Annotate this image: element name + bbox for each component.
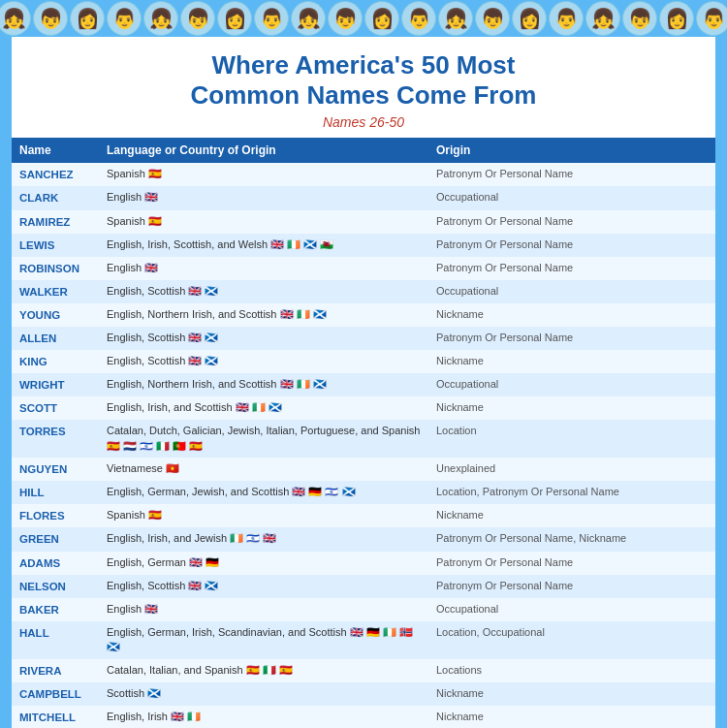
cell-name: HALL <box>12 621 99 659</box>
table-row: NELSONEnglish, Scottish 🇬🇧 🏴󠁧󠁢󠁳󠁣󠁴󠁿Patron… <box>12 575 715 598</box>
table-row: NGUYENVietnamese 🇻🇳Unexplained <box>12 458 715 481</box>
cell-lang: Vietnamese 🇻🇳 <box>99 458 428 481</box>
cell-origin: Patronym Or Personal Name, Nickname <box>428 527 715 551</box>
cell-origin: Occupational <box>428 598 715 621</box>
table-row: ADAMSEnglish, German 🇬🇧 🇩🇪Patronym Or Pe… <box>12 552 715 575</box>
table-row: LEWISEnglish, Irish, Scottish, and Welsh… <box>12 234 715 257</box>
cell-lang: English, German, Jewish, and Scottish 🇬🇧… <box>99 481 428 504</box>
cell-name: CAMPBELL <box>12 682 99 706</box>
main-title: Where America's 50 Most Common Names Com… <box>31 50 696 111</box>
cell-origin: Location, Patronym Or Personal Name <box>428 481 715 504</box>
face-icons-top: 👧 👦 👩 👨 👧 👦 👩 👨 👧 👦 👩 👨 👧 👦 👩 👨 👧 👦 👩 👨 <box>0 1 727 36</box>
cell-name: BAKER <box>12 598 99 621</box>
top-face-bar: 👧 👦 👩 👨 👧 👦 👩 👨 👧 👦 👩 👨 👧 👦 👩 👨 👧 👦 👩 👨 <box>0 0 727 37</box>
cell-lang: English 🇬🇧 <box>99 186 428 209</box>
cell-lang: English, Scottish 🇬🇧 🏴󠁧󠁢󠁳󠁣󠁴󠁿 <box>99 575 428 598</box>
cell-origin: Nickname <box>428 396 715 420</box>
cell-name: FLORES <box>12 504 99 527</box>
table-row: HALLEnglish, German, Irish, Scandinavian… <box>12 621 715 659</box>
table-row: TORRESCatalan, Dutch, Galician, Jewish, … <box>12 420 715 458</box>
table-row: GREENEnglish, Irish, and Jewish 🇮🇪 🇮🇱 🇬🇧… <box>12 527 715 551</box>
cell-name: KING <box>12 350 99 373</box>
col-header-name: Name <box>12 138 99 163</box>
cell-lang: Scottish 🏴󠁧󠁢󠁳󠁣󠁴󠁿 <box>99 682 428 706</box>
cell-lang: English, Irish, Scottish, and Welsh 🇬🇧 🇮… <box>99 234 428 257</box>
title-line1: Where America's 50 Most <box>211 50 515 79</box>
cell-name: HILL <box>12 481 99 504</box>
cell-name: WRIGHT <box>12 373 99 396</box>
cell-origin: Nickname <box>428 350 715 373</box>
table-row: KINGEnglish, Scottish 🇬🇧 🏴󠁧󠁢󠁳󠁣󠁴󠁿Nickname <box>12 350 715 373</box>
cell-origin: Occupational <box>428 373 715 396</box>
cell-name: MITCHELL <box>12 706 99 728</box>
cell-name: ALLEN <box>12 327 99 350</box>
cell-origin: Patronym Or Personal Name <box>428 234 715 257</box>
cell-origin: Locations <box>428 659 715 682</box>
cell-name: WALKER <box>12 280 99 303</box>
table-row: CLARKEnglish 🇬🇧Occupational <box>12 186 715 209</box>
title-line2: Common Names Come From <box>191 80 537 110</box>
cell-name: RIVERA <box>12 659 99 682</box>
cell-lang: English, German, Irish, Scandinavian, an… <box>99 621 428 659</box>
cell-name: ADAMS <box>12 552 99 575</box>
cell-name: SANCHEZ <box>12 163 99 186</box>
cell-name: CLARK <box>12 186 99 209</box>
cell-lang: English, Irish 🇬🇧 🇮🇪 <box>99 706 428 728</box>
main-content: Where America's 50 Most Common Names Com… <box>12 37 715 728</box>
cell-name: SCOTT <box>12 396 99 420</box>
cell-origin: Location <box>428 420 715 458</box>
cell-origin: Occupational <box>428 186 715 209</box>
cell-lang: Spanish 🇪🇸 <box>99 163 428 186</box>
cell-lang: Spanish 🇪🇸 <box>99 504 428 527</box>
table-row: YOUNGEnglish, Northern Irish, and Scotti… <box>12 303 715 327</box>
table-header-row: Name Language or Country of Origin Origi… <box>12 138 715 163</box>
table-row: CAMPBELLScottish 🏴󠁧󠁢󠁳󠁣󠁴󠁿Nickname <box>12 682 715 706</box>
cell-origin: Patronym Or Personal Name <box>428 552 715 575</box>
title-section: Where America's 50 Most Common Names Com… <box>12 37 715 138</box>
cell-lang: English, Scottish 🇬🇧 🏴󠁧󠁢󠁳󠁣󠁴󠁿 <box>99 327 428 350</box>
cell-name: YOUNG <box>12 303 99 327</box>
cell-origin: Nickname <box>428 682 715 706</box>
cell-origin: Patronym Or Personal Name <box>428 327 715 350</box>
table-row: MITCHELLEnglish, Irish 🇬🇧 🇮🇪Nickname <box>12 706 715 728</box>
subtitle: Names 26-50 <box>31 114 696 130</box>
cell-name: GREEN <box>12 527 99 551</box>
cell-lang: English, Northern Irish, and Scottish 🇬🇧… <box>99 303 428 327</box>
cell-lang: English 🇬🇧 <box>99 257 428 280</box>
table-row: SCOTTEnglish, Irish, and Scottish 🇬🇧 🇮🇪 … <box>12 396 715 420</box>
cell-lang: English, Northern Irish, and Scottish 🇬🇧… <box>99 373 428 396</box>
cell-origin: Patronym Or Personal Name <box>428 163 715 186</box>
cell-lang: English, Scottish 🇬🇧 🏴󠁧󠁢󠁳󠁣󠁴󠁿 <box>99 350 428 373</box>
cell-lang: English 🇬🇧 <box>99 598 428 621</box>
cell-name: NGUYEN <box>12 458 99 481</box>
cell-name: TORRES <box>12 420 99 458</box>
table-row: RAMIREZSpanish 🇪🇸Patronym Or Personal Na… <box>12 210 715 234</box>
names-table: Name Language or Country of Origin Origi… <box>12 138 715 728</box>
cell-origin: Occupational <box>428 280 715 303</box>
table-row: BAKEREnglish 🇬🇧Occupational <box>12 598 715 621</box>
cell-origin: Patronym Or Personal Name <box>428 257 715 280</box>
cell-name: LEWIS <box>12 234 99 257</box>
cell-origin: Nickname <box>428 303 715 327</box>
table-row: WALKEREnglish, Scottish 🇬🇧 🏴󠁧󠁢󠁳󠁣󠁴󠁿Occupa… <box>12 280 715 303</box>
cell-origin: Nickname <box>428 504 715 527</box>
cell-name: ROBINSON <box>12 257 99 280</box>
table-row: WRIGHTEnglish, Northern Irish, and Scott… <box>12 373 715 396</box>
cell-origin: Patronym Or Personal Name <box>428 210 715 234</box>
cell-name: NELSON <box>12 575 99 598</box>
cell-origin: Patronym Or Personal Name <box>428 575 715 598</box>
col-header-origin: Origin <box>428 138 715 163</box>
cell-lang: English, German 🇬🇧 🇩🇪 <box>99 552 428 575</box>
cell-origin: Location, Occupational <box>428 621 715 659</box>
cell-lang: English, Scottish 🇬🇧 🏴󠁧󠁢󠁳󠁣󠁴󠁿 <box>99 280 428 303</box>
cell-lang: English, Irish, and Scottish 🇬🇧 🇮🇪 🏴󠁧󠁢󠁳󠁣… <box>99 396 428 420</box>
table-row: RIVERACatalan, Italian, and Spanish 🇪🇸 🇮… <box>12 659 715 682</box>
table-row: FLORESSpanish 🇪🇸Nickname <box>12 504 715 527</box>
table-row: ALLENEnglish, Scottish 🇬🇧 🏴󠁧󠁢󠁳󠁣󠁴󠁿Patrony… <box>12 327 715 350</box>
cell-name: RAMIREZ <box>12 210 99 234</box>
table-row: SANCHEZSpanish 🇪🇸Patronym Or Personal Na… <box>12 163 715 186</box>
table-row: ROBINSONEnglish 🇬🇧Patronym Or Personal N… <box>12 257 715 280</box>
table-row: HILLEnglish, German, Jewish, and Scottis… <box>12 481 715 504</box>
cell-lang: Spanish 🇪🇸 <box>99 210 428 234</box>
cell-lang: Catalan, Dutch, Galician, Jewish, Italia… <box>99 420 428 458</box>
